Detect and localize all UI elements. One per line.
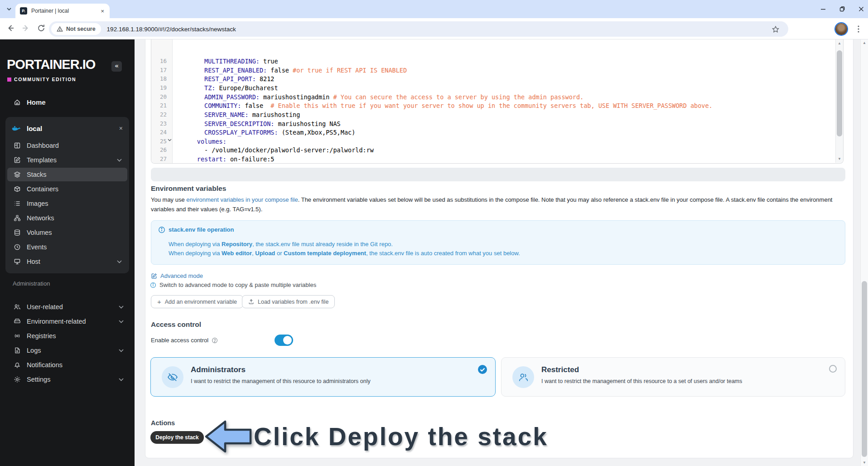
edit-pencil-icon <box>151 273 157 279</box>
access-option-restricted[interactable]: Restricted I want to restrict the manage… <box>501 357 845 397</box>
sidebar-collapse-button[interactable]: « <box>111 61 122 72</box>
compose-env-vars-link[interactable]: environment variables in your compose fi… <box>186 196 298 203</box>
infobox-title: stack.env file operation <box>169 226 234 233</box>
env-variables-description: You may use environment variables in you… <box>151 195 845 214</box>
load-env-file-button[interactable]: Load variables from .env file <box>242 295 335 308</box>
check-circle-icon <box>477 364 487 374</box>
plus-icon: + <box>157 298 161 306</box>
editor-scroll-thumb[interactable] <box>837 50 842 136</box>
sidebar-item-registries[interactable]: Registries <box>5 329 129 343</box>
info-circle-icon <box>158 226 165 233</box>
bell-icon <box>14 361 21 369</box>
chevron-down-icon <box>119 306 124 309</box>
sidebar-item-user-related[interactable]: User-related <box>5 300 129 314</box>
sidebar-item-templates[interactable]: Templates <box>7 153 127 167</box>
restore-icon[interactable] <box>839 6 845 12</box>
sidebar-item-notifications[interactable]: Notifications <box>5 358 129 372</box>
stacks-icon <box>14 171 21 178</box>
advanced-mode-link[interactable]: Advanced mode <box>151 272 203 279</box>
browser-toolbar: Not secure 192.168.1.18:9000/#!/2/docker… <box>0 18 868 39</box>
portainer-favicon-icon: P. <box>20 7 27 15</box>
chevron-down-icon <box>119 349 124 352</box>
sidebar: PORTAINER.IO COMMUNITY EDITION « Home lo… <box>0 39 135 466</box>
chevron-down-icon <box>119 378 124 381</box>
environment-menu: local × Dashboard Templates Stacks <box>5 117 129 273</box>
browser-tab[interactable]: P. Portainer | local × <box>15 4 110 18</box>
annotation-text: Click Deploy the stack <box>254 423 548 450</box>
sidebar-item-dashboard[interactable]: Dashboard <box>7 139 127 152</box>
scroll-down-icon[interactable]: ▼ <box>836 157 843 161</box>
annotation-arrow-icon <box>204 419 252 454</box>
actions-title: Actions <box>151 419 175 427</box>
close-window-icon[interactable] <box>858 6 864 12</box>
sidebar-item-logs[interactable]: Logs <box>5 344 129 357</box>
url-bar[interactable]: Not secure 192.168.1.18:9000/#!/2/docker… <box>49 21 788 37</box>
environment-name: local <box>27 125 119 132</box>
magenta-square-icon <box>7 78 11 82</box>
editor-footer-strip <box>151 168 845 181</box>
gear-icon <box>14 376 21 383</box>
events-icon <box>14 243 21 251</box>
sidebar-item-images[interactable]: Images <box>7 197 127 210</box>
stackenv-infobox: stack.env file operation When deploying … <box>151 220 845 265</box>
web-editor[interactable]: 16 MULTITHREADING: true 17 REST_API_ENAB… <box>151 39 844 164</box>
upload-icon <box>248 299 254 305</box>
volumes-icon <box>14 229 21 236</box>
hard-drive-icon <box>14 318 21 325</box>
radio-unchecked-icon[interactable] <box>829 365 837 373</box>
environment-close-icon[interactable]: × <box>119 125 123 132</box>
reload-icon[interactable] <box>36 23 47 34</box>
profile-avatar[interactable] <box>835 23 847 35</box>
screen: P. Portainer | local × Not secure 192.16… <box>0 0 868 466</box>
bookmark-star-icon[interactable] <box>772 25 780 34</box>
dashboard-icon <box>14 142 21 149</box>
sidebar-item-events[interactable]: Events <box>7 240 127 254</box>
tab-search-icon[interactable] <box>6 6 12 12</box>
home-icon <box>14 98 21 106</box>
host-icon <box>14 258 21 265</box>
environment-header[interactable]: local × <box>5 121 129 136</box>
docker-whale-icon <box>12 125 21 132</box>
chevron-down-icon <box>119 320 124 323</box>
fold-caret-icon[interactable] <box>168 139 172 141</box>
page-scroll-thumb[interactable] <box>862 281 867 457</box>
tab-close-icon[interactable]: × <box>100 8 105 15</box>
sidebar-item-stacks[interactable]: Stacks <box>7 168 127 181</box>
sidebar-item-networks[interactable]: Networks <box>7 211 127 225</box>
sidebar-item-volumes[interactable]: Volumes <box>7 226 127 239</box>
enable-access-control-label: Enable access control <box>151 337 218 344</box>
sidebar-item-home[interactable]: Home <box>7 95 127 109</box>
chevron-down-icon <box>117 159 122 162</box>
sidebar-item-environment-related[interactable]: Environment-related <box>5 315 129 328</box>
back-icon[interactable] <box>5 23 16 34</box>
access-control-toggle[interactable] <box>275 335 293 346</box>
scroll-up-icon[interactable]: ▲ <box>861 41 868 45</box>
administration-section-label: Administration <box>13 280 50 287</box>
page-scrollbar[interactable]: ▲ ▼ <box>860 39 868 466</box>
sidebar-item-containers[interactable]: Containers <box>7 182 127 196</box>
images-icon <box>14 200 21 207</box>
editor-scrollbar[interactable]: ▲ ▼ <box>835 39 843 163</box>
users-group-icon <box>512 366 534 388</box>
browser-titlebar: P. Portainer | local × <box>0 0 868 18</box>
scroll-down-icon[interactable]: ▼ <box>861 461 868 465</box>
sidebar-item-settings[interactable]: Settings <box>5 373 129 386</box>
containers-icon <box>14 185 21 193</box>
deploy-stack-button[interactable]: Deploy the stack <box>150 431 204 444</box>
radio-icon <box>14 332 21 340</box>
chevron-down-icon <box>117 260 122 263</box>
file-text-icon <box>14 347 21 354</box>
users-icon <box>14 303 21 311</box>
browser-menu-icon[interactable] <box>854 24 863 34</box>
infobox-line2: When deploying via Web editor, Upload or… <box>169 250 520 257</box>
scroll-up-icon[interactable]: ▲ <box>836 41 843 45</box>
networks-icon <box>14 214 21 222</box>
forward-icon[interactable] <box>21 23 32 34</box>
templates-icon <box>14 156 21 164</box>
add-env-variable-button[interactable]: + Add an environment variable <box>151 295 243 308</box>
site-security-chip[interactable]: Not secure <box>51 23 101 35</box>
access-option-administrators[interactable]: Administrators I want to restrict the ma… <box>150 357 496 397</box>
minimize-icon[interactable] <box>820 6 826 12</box>
sidebar-item-host[interactable]: Host <box>7 255 127 268</box>
infobox-line1: When deploying via Repository, the stack… <box>169 241 393 248</box>
